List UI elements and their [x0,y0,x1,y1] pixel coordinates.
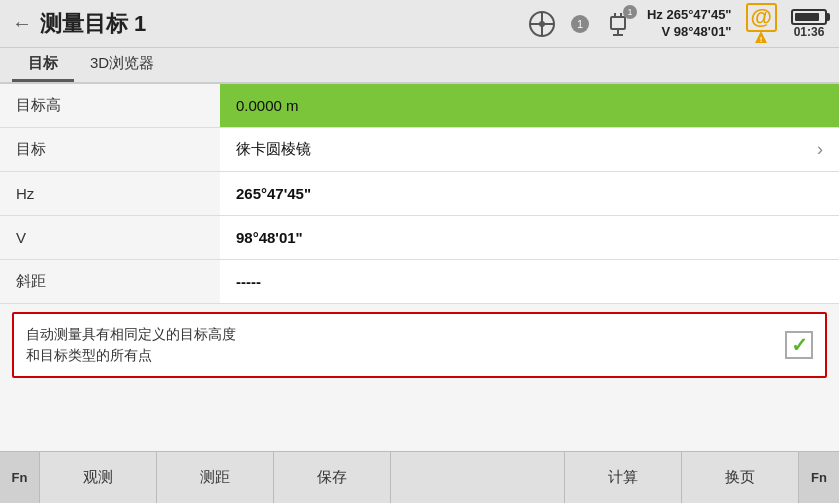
tab-3d-browser[interactable]: 3D浏览器 [74,48,170,82]
measure-dist-button[interactable]: 测距 [157,452,274,503]
svg-text:!: ! [760,35,763,44]
observe-button[interactable]: 观测 [40,452,157,503]
fn-left-button[interactable]: Fn [0,452,40,503]
content-area: 目标高 0.0000 m 目标 徕卡圆棱镜 › Hz 265°47'45" V … [0,84,839,451]
switch-page-button[interactable]: 换页 [682,452,799,503]
fn-right-button[interactable]: Fn [799,452,839,503]
time-display: 01:36 [794,25,825,39]
angle-display: Hz 265°47'45" V 98°48'01" [647,7,732,41]
battery-icon [791,9,827,25]
label-slope-dist: 斜距 [0,260,220,303]
form-row-hz: Hz 265°47'45" [0,172,839,216]
form-row-target-height: 目标高 0.0000 m [0,84,839,128]
value-target[interactable]: 徕卡圆棱镜 › [220,128,839,171]
form-row-v: V 98°48'01" [0,216,839,260]
svg-point-3 [539,21,545,27]
badge-group-1: 1 [571,15,589,33]
badge-2: 1 [623,5,637,19]
tab-bar: 目标 3D浏览器 [0,48,839,84]
checkbox-label: 自动测量具有相同定义的目标高度 和目标类型的所有点 [26,324,769,366]
arrow-right-icon: › [817,139,823,160]
crosshair-icon [527,9,557,39]
back-button[interactable]: ← [12,12,32,35]
at-icon-group: @ ! [746,3,777,43]
save-button[interactable]: 保存 [274,452,391,503]
tab-target[interactable]: 目标 [12,48,74,82]
at-icon: @ [746,3,777,31]
header-left: ← 测量目标 1 [12,9,527,39]
checkmark-icon: ✓ [791,333,808,357]
checkbox-input[interactable]: ✓ [785,331,813,359]
page-title: 测量目标 1 [40,9,146,39]
form-row-target: 目标 徕卡圆棱镜 › [0,128,839,172]
form-row-slope-dist: 斜距 ----- [0,260,839,304]
battery-time-display: 01:36 [791,9,827,39]
survey-icon: 1 [603,9,633,39]
value-hz: 265°47'45" [220,172,839,215]
label-v: V [0,216,220,259]
svg-rect-4 [611,17,625,29]
value-target-height[interactable]: 0.0000 m [220,84,839,127]
empty-slot [391,452,566,503]
warning-icon: ! [754,30,768,44]
value-slope-dist: ----- [220,260,839,303]
checkbox-row[interactable]: 自动测量具有相同定义的目标高度 和目标类型的所有点 ✓ [12,312,827,378]
header-icons: 1 1 Hz 265°47'45" V 98°48'01" @ ! [527,3,827,43]
header: ← 测量目标 1 1 1 [0,0,839,48]
label-target: 目标 [0,128,220,171]
footer-toolbar: Fn 观测 测距 保存 计算 换页 Fn [0,451,839,503]
calculate-button[interactable]: 计算 [565,452,682,503]
label-hz: Hz [0,172,220,215]
badge-1: 1 [571,15,589,33]
label-target-height: 目标高 [0,84,220,127]
value-v: 98°48'01" [220,216,839,259]
